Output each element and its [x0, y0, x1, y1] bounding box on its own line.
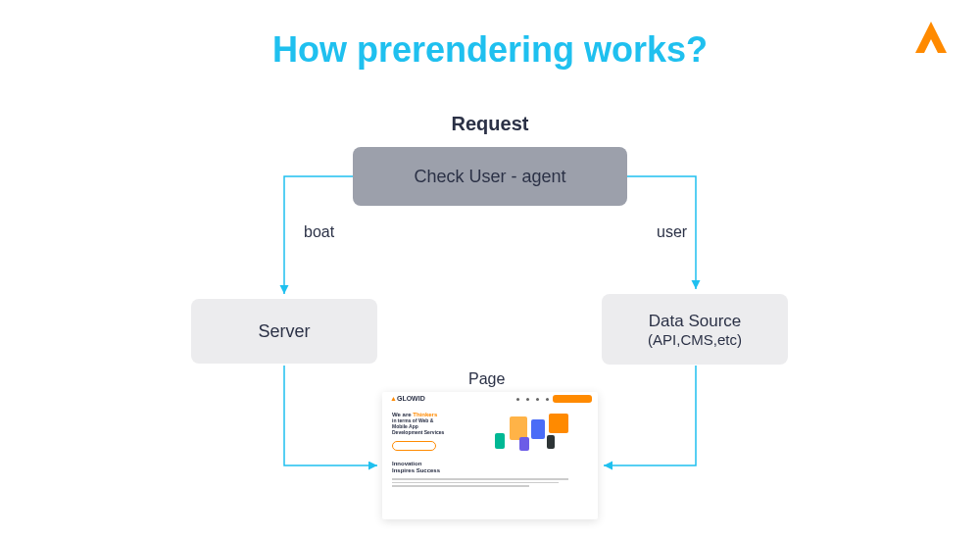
- preview-hero-text: We are Thinkers in terms of Web & Mobile…: [392, 412, 490, 451]
- datasource-subtitle: (API,CMS,etc): [648, 331, 742, 348]
- request-label: Request: [452, 113, 529, 135]
- check-user-agent-node: Check User - agent: [353, 147, 627, 206]
- datasource-title: Data Source: [649, 312, 742, 331]
- page-label: Page: [468, 370, 505, 388]
- preview-footer-text: Innovation Inspires Success: [382, 457, 598, 474]
- preview-paragraph: [382, 474, 598, 491]
- preview-illustration-icon: [490, 412, 588, 451]
- diagram-title: How prerendering works?: [272, 29, 708, 71]
- preview-logo: ▲GLOWID: [390, 395, 425, 402]
- arrow-label-user: user: [657, 223, 687, 241]
- datasource-node: Data Source (API,CMS,etc): [602, 294, 788, 365]
- page-preview: ▲GLOWID We are Thinkers in terms of Web …: [382, 392, 598, 519]
- arrow-label-boat: boat: [304, 223, 334, 241]
- server-node: Server: [191, 299, 377, 364]
- brand-logo-icon: [911, 20, 951, 63]
